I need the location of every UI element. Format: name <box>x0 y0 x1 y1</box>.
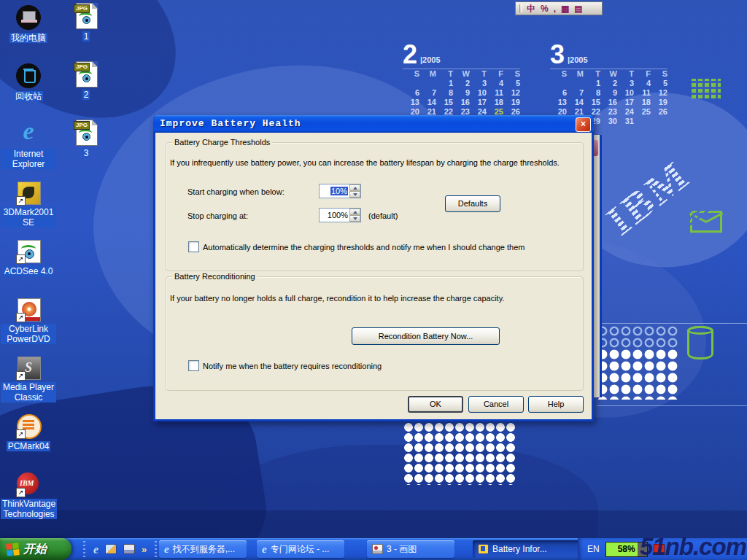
calendar-date: 1 <box>584 79 600 88</box>
auto-determine-checkbox[interactable] <box>188 241 199 252</box>
desktop-icon-media-player-classic[interactable]: ↗Media Player Classic <box>1 354 56 403</box>
start-charging-value[interactable]: 10% <box>320 184 349 198</box>
calendar-date <box>550 79 567 88</box>
defaults-button[interactable]: Defaults <box>445 195 500 212</box>
fullwidth-toggle-icon[interactable]: % <box>541 3 549 15</box>
shortcut-arrow-icon: ↗ <box>16 371 26 381</box>
calendar-date: 18 <box>487 98 503 107</box>
calendar-date: 14 <box>419 98 436 107</box>
ime-toolbar[interactable]: 中%,▦▤ <box>515 1 603 15</box>
default-note: (default) <box>368 211 398 220</box>
wallpaper-line <box>597 405 747 406</box>
calendar-date: 13 <box>403 98 419 107</box>
desktop-icon-label: CyberLink PowerDVD <box>1 324 56 344</box>
desktop-icon-jpg-file-1[interactable]: JPG1 <box>58 3 114 42</box>
stop-charging-value[interactable]: 100% <box>320 209 349 222</box>
jpg-file-icon: JPG <box>76 61 98 88</box>
desktop-icon-label: 我的电脑 <box>9 33 47 43</box>
spin-down-icon[interactable] <box>349 191 360 198</box>
jpg-file-icon: JPG <box>76 3 98 29</box>
grid-icon <box>692 79 721 98</box>
soft-keyboard-icon[interactable]: ▦ <box>561 3 569 15</box>
calendar-date: 10 <box>470 88 487 98</box>
calendar-february-2005: 2 |2005 SMTWTFS1234567891011121314151617… <box>403 42 520 126</box>
calendar-date: 7 <box>419 88 436 98</box>
desktop-icon-label: 3 <box>82 148 90 158</box>
desktop-icon-internet-explorer[interactable]: eInternet Explorer <box>1 121 56 170</box>
outlook-express-icon[interactable] <box>105 544 117 554</box>
paint-icon <box>372 544 383 554</box>
calendar-date: 3 <box>617 79 634 88</box>
calendar-date: 15 <box>436 98 453 107</box>
spin-up-icon[interactable] <box>349 209 360 215</box>
recycle-bin-icon <box>16 63 41 88</box>
desktop-icon-label: 回收站 <box>14 91 43 101</box>
ime-grip[interactable] <box>519 4 522 12</box>
spin-up-icon[interactable] <box>349 184 360 191</box>
calendar-date: 12 <box>651 88 667 98</box>
calendar-day-header: T <box>584 69 600 79</box>
punctuation-toggle-icon[interactable]: , <box>554 3 556 15</box>
reconditioning-description: If your battery no longer holds a full c… <box>170 294 504 303</box>
auto-determine-label[interactable]: Automatically determine the charging thr… <box>203 243 525 252</box>
dialog-titlebar[interactable]: Improve Battery Health × <box>153 115 594 133</box>
calendar-date: 19 <box>503 98 520 107</box>
desktop-icon-label: ThinkVantage Technologies <box>1 499 57 519</box>
start-charging-spinner[interactable]: 10% <box>319 184 361 198</box>
desktop: IBM 2 |2005 SMTWTFS123456789101112131415… <box>0 0 747 560</box>
chinese-mode-icon[interactable]: 中 <box>527 3 535 15</box>
improve-battery-health-dialog: Improve Battery Health × Battery Charge … <box>153 115 594 421</box>
recondition-battery-button[interactable]: Recondition Battery Now... <box>352 327 500 345</box>
notify-reconditioning-label[interactable]: Notify me when the battery requires reco… <box>203 362 382 370</box>
thresholds-description: If you infrequently use battery power, y… <box>170 158 560 167</box>
calendar-date: 19 <box>651 98 667 107</box>
desktop-icon-jpg-file-2[interactable]: JPG2 <box>58 61 114 101</box>
show-desktop-icon[interactable] <box>123 544 135 554</box>
dots-pattern <box>597 349 679 400</box>
calendar-date: 2 <box>453 79 470 88</box>
desktop-icon-thinkvantage-technologies[interactable]: ↗ThinkVantage Technologies <box>1 471 56 520</box>
taskbar: 开始 e » e找不到服务器,...e专门网论坛 - ...3 - 画图Batt… <box>0 538 747 560</box>
calendar-date: 11 <box>634 88 651 98</box>
cylinder-icon <box>687 326 713 359</box>
calendar-date: 8 <box>436 88 453 98</box>
task-button-1[interactable]: e找不到服务器,... <box>159 540 247 558</box>
shortcut-arrow-icon: ↗ <box>16 196 26 206</box>
internet-explorer-icon: e <box>164 544 169 555</box>
language-indicator[interactable]: EN <box>587 544 600 554</box>
task-button-2[interactable]: e专门网论坛 - ... <box>257 540 344 558</box>
quick-launch-overflow-chevron[interactable]: » <box>142 544 147 555</box>
desktop-icon-label: ACDSee 4.0 <box>3 266 55 276</box>
calendar-date: 26 <box>651 107 667 117</box>
shortcut-arrow-icon: ↗ <box>16 313 26 322</box>
calendar-day-header: M <box>419 69 436 79</box>
stop-charging-spinner[interactable]: 100% <box>319 208 361 222</box>
menu-icon[interactable]: ▤ <box>574 3 582 15</box>
desktop-icon-acdsee-4-0[interactable]: ↗ACDSee 4.0 <box>1 238 56 277</box>
desktop-icon-recycle-bin[interactable]: 回收站 <box>1 63 56 102</box>
notify-reconditioning-checkbox[interactable] <box>188 360 199 371</box>
desktop-icon-3dmark2001-se[interactable]: ↗3DMark2001 SE <box>1 179 56 228</box>
calendar-date: 30 <box>600 117 617 126</box>
calendar-date <box>651 117 667 126</box>
ok-button[interactable]: OK <box>408 396 463 413</box>
spinner-buttons <box>349 184 360 198</box>
spin-down-icon[interactable] <box>349 215 360 222</box>
calendar-date: 18 <box>634 98 651 107</box>
desktop-icon-pcmark04[interactable]: ↗PCMark04 <box>1 413 56 452</box>
calendar-date: 8 <box>584 88 600 98</box>
internet-explorer-icon[interactable]: e <box>93 543 98 556</box>
task-button-4[interactable]: Battery Infor... <box>473 540 588 558</box>
desktop-icon-cyberlink-powerdvd[interactable]: ↗CyberLink PowerDVD <box>1 296 56 345</box>
calendar-date: 25 <box>634 107 651 117</box>
task-button-3[interactable]: 3 - 画图 <box>367 540 454 558</box>
help-button[interactable]: Help <box>528 396 584 413</box>
start-button[interactable]: 开始 <box>0 538 71 560</box>
calendar-day-header: T <box>617 69 634 79</box>
desktop-icon-label: Internet Explorer <box>1 149 56 169</box>
desktop-icon-my-computer[interactable]: 我的电脑 <box>1 4 56 44</box>
close-button[interactable]: × <box>576 117 591 132</box>
desktop-icon-jpg-file-3[interactable]: JPG3 <box>58 120 114 159</box>
cancel-button[interactable]: Cancel <box>468 396 524 413</box>
shortcut-arrow-icon: ↗ <box>16 488 26 497</box>
